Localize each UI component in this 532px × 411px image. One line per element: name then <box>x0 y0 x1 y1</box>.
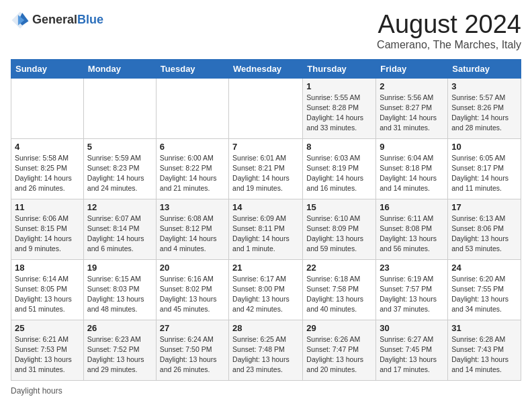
weekday-header-sunday: Sunday <box>11 59 84 78</box>
day-info: Sunrise: 6:23 AM Sunset: 7:52 PM Dayligh… <box>87 334 152 375</box>
day-number: 19 <box>87 263 152 273</box>
day-info: Sunrise: 6:16 AM Sunset: 8:02 PM Dayligh… <box>160 274 225 315</box>
calendar-cell <box>83 78 156 138</box>
day-info: Sunrise: 5:55 AM Sunset: 8:28 PM Dayligh… <box>306 93 372 134</box>
day-info: Sunrise: 6:08 AM Sunset: 8:12 PM Dayligh… <box>160 214 225 255</box>
day-info: Sunrise: 6:28 AM Sunset: 7:43 PM Dayligh… <box>451 334 517 375</box>
day-info: Sunrise: 6:15 AM Sunset: 8:03 PM Dayligh… <box>87 274 152 315</box>
day-number: 3 <box>451 81 517 91</box>
calendar-cell: 28Sunrise: 6:25 AM Sunset: 7:48 PM Dayli… <box>229 320 303 380</box>
footer-note: Daylight hours <box>11 386 521 396</box>
location-subtitle: Camerano, The Marches, Italy <box>377 39 521 51</box>
weekday-header-saturday: Saturday <box>448 59 521 78</box>
calendar-week-row: 18Sunrise: 6:14 AM Sunset: 8:05 PM Dayli… <box>11 259 521 320</box>
day-info: Sunrise: 6:09 AM Sunset: 8:11 PM Dayligh… <box>232 214 299 255</box>
weekday-header-thursday: Thursday <box>303 59 376 78</box>
day-number: 15 <box>306 202 372 212</box>
calendar-cell: 27Sunrise: 6:24 AM Sunset: 7:50 PM Dayli… <box>156 320 228 380</box>
day-number: 6 <box>160 142 225 152</box>
day-info: Sunrise: 6:19 AM Sunset: 7:57 PM Dayligh… <box>380 274 444 315</box>
calendar-cell: 11Sunrise: 6:06 AM Sunset: 8:15 PM Dayli… <box>11 199 84 259</box>
weekday-header-row: SundayMondayTuesdayWednesdayThursdayFrid… <box>11 59 521 78</box>
day-info: Sunrise: 6:05 AM Sunset: 8:17 PM Dayligh… <box>451 153 517 194</box>
day-number: 8 <box>306 142 372 152</box>
day-info: Sunrise: 6:11 AM Sunset: 8:08 PM Dayligh… <box>380 214 444 255</box>
day-number: 10 <box>451 142 517 152</box>
calendar-cell: 22Sunrise: 6:18 AM Sunset: 7:58 PM Dayli… <box>303 259 376 320</box>
calendar-cell: 29Sunrise: 6:26 AM Sunset: 7:47 PM Dayli… <box>303 320 376 380</box>
logo-blue-text: Blue <box>77 13 103 26</box>
calendar-cell: 15Sunrise: 6:10 AM Sunset: 8:09 PM Dayli… <box>303 199 376 259</box>
calendar-cell: 6Sunrise: 6:00 AM Sunset: 8:22 PM Daylig… <box>156 138 228 199</box>
day-info: Sunrise: 6:26 AM Sunset: 7:47 PM Dayligh… <box>306 334 372 375</box>
weekday-header-friday: Friday <box>376 59 448 78</box>
day-info: Sunrise: 6:04 AM Sunset: 8:18 PM Dayligh… <box>380 153 444 194</box>
day-number: 20 <box>160 263 225 273</box>
calendar-cell: 8Sunrise: 6:03 AM Sunset: 8:19 PM Daylig… <box>303 138 376 199</box>
calendar-table: SundayMondayTuesdayWednesdayThursdayFrid… <box>11 59 521 381</box>
day-number: 9 <box>380 142 444 152</box>
calendar-cell: 5Sunrise: 5:59 AM Sunset: 8:23 PM Daylig… <box>83 138 156 199</box>
day-info: Sunrise: 6:00 AM Sunset: 8:22 PM Dayligh… <box>160 153 225 194</box>
day-info: Sunrise: 6:25 AM Sunset: 7:48 PM Dayligh… <box>232 334 299 375</box>
day-number: 5 <box>87 142 152 152</box>
calendar-cell: 9Sunrise: 6:04 AM Sunset: 8:18 PM Daylig… <box>376 138 448 199</box>
day-number: 2 <box>380 81 444 91</box>
calendar-cell: 12Sunrise: 6:07 AM Sunset: 8:14 PM Dayli… <box>83 199 156 259</box>
day-number: 1 <box>306 81 372 91</box>
day-info: Sunrise: 6:18 AM Sunset: 7:58 PM Dayligh… <box>306 274 372 315</box>
day-info: Sunrise: 5:57 AM Sunset: 8:26 PM Dayligh… <box>451 93 517 134</box>
day-number: 28 <box>232 323 299 333</box>
day-number: 24 <box>451 263 517 273</box>
calendar-cell <box>156 78 228 138</box>
calendar-cell: 25Sunrise: 6:21 AM Sunset: 7:53 PM Dayli… <box>11 320 84 380</box>
day-info: Sunrise: 5:59 AM Sunset: 8:23 PM Dayligh… <box>87 153 152 194</box>
calendar-cell: 30Sunrise: 6:27 AM Sunset: 7:45 PM Dayli… <box>376 320 448 380</box>
calendar-cell: 16Sunrise: 6:11 AM Sunset: 8:08 PM Dayli… <box>376 199 448 259</box>
day-number: 22 <box>306 263 372 273</box>
day-number: 27 <box>160 323 225 333</box>
calendar-cell: 31Sunrise: 6:28 AM Sunset: 7:43 PM Dayli… <box>448 320 521 380</box>
day-number: 7 <box>232 142 299 152</box>
day-number: 25 <box>15 323 80 333</box>
day-number: 4 <box>15 142 80 152</box>
day-info: Sunrise: 6:01 AM Sunset: 8:21 PM Dayligh… <box>232 153 299 194</box>
day-number: 26 <box>87 323 152 333</box>
day-info: Sunrise: 6:17 AM Sunset: 8:00 PM Dayligh… <box>232 274 299 315</box>
calendar-cell: 19Sunrise: 6:15 AM Sunset: 8:03 PM Dayli… <box>83 259 156 320</box>
calendar-cell <box>229 78 303 138</box>
month-year-title: August 2024 <box>377 11 521 39</box>
logo-general-text: General <box>32 13 77 26</box>
day-info: Sunrise: 6:13 AM Sunset: 8:06 PM Dayligh… <box>451 214 517 255</box>
day-number: 16 <box>380 202 444 212</box>
day-info: Sunrise: 6:14 AM Sunset: 8:05 PM Dayligh… <box>15 274 80 315</box>
calendar-cell: 23Sunrise: 6:19 AM Sunset: 7:57 PM Dayli… <box>376 259 448 320</box>
calendar-cell: 21Sunrise: 6:17 AM Sunset: 8:00 PM Dayli… <box>229 259 303 320</box>
weekday-header-tuesday: Tuesday <box>156 59 228 78</box>
day-number: 12 <box>87 202 152 212</box>
day-info: Sunrise: 6:27 AM Sunset: 7:45 PM Dayligh… <box>380 334 444 375</box>
day-info: Sunrise: 5:56 AM Sunset: 8:27 PM Dayligh… <box>380 93 444 134</box>
weekday-header-monday: Monday <box>83 59 156 78</box>
calendar-cell: 2Sunrise: 5:56 AM Sunset: 8:27 PM Daylig… <box>376 78 448 138</box>
calendar-cell: 26Sunrise: 6:23 AM Sunset: 7:52 PM Dayli… <box>83 320 156 380</box>
calendar-cell: 10Sunrise: 6:05 AM Sunset: 8:17 PM Dayli… <box>448 138 521 199</box>
day-number: 30 <box>380 323 444 333</box>
calendar-cell: 7Sunrise: 6:01 AM Sunset: 8:21 PM Daylig… <box>229 138 303 199</box>
logo-icon <box>11 11 30 30</box>
calendar-cell: 13Sunrise: 6:08 AM Sunset: 8:12 PM Dayli… <box>156 199 228 259</box>
header: GeneralBlue August 2024 Camerano, The Ma… <box>11 11 521 51</box>
calendar-cell <box>11 78 84 138</box>
day-number: 23 <box>380 263 444 273</box>
calendar-cell: 17Sunrise: 6:13 AM Sunset: 8:06 PM Dayli… <box>448 199 521 259</box>
calendar-cell: 3Sunrise: 5:57 AM Sunset: 8:26 PM Daylig… <box>448 78 521 138</box>
calendar-cell: 4Sunrise: 5:58 AM Sunset: 8:25 PM Daylig… <box>11 138 84 199</box>
calendar-week-row: 4Sunrise: 5:58 AM Sunset: 8:25 PM Daylig… <box>11 138 521 199</box>
logo: GeneralBlue <box>11 11 103 30</box>
day-info: Sunrise: 6:24 AM Sunset: 7:50 PM Dayligh… <box>160 334 225 375</box>
calendar-week-row: 11Sunrise: 6:06 AM Sunset: 8:15 PM Dayli… <box>11 199 521 259</box>
day-number: 13 <box>160 202 225 212</box>
day-number: 29 <box>306 323 372 333</box>
calendar-cell: 1Sunrise: 5:55 AM Sunset: 8:28 PM Daylig… <box>303 78 376 138</box>
day-number: 14 <box>232 202 299 212</box>
